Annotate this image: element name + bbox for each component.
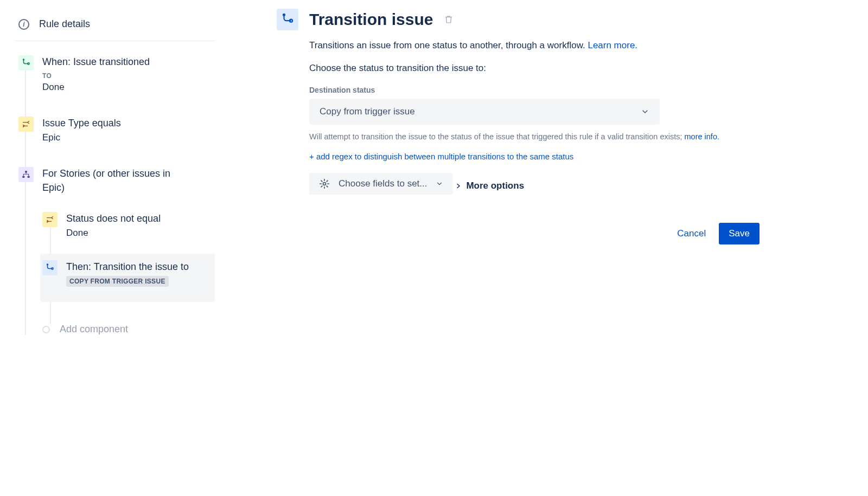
step-title: When: Issue transitioned [42, 55, 150, 69]
more-options-label: More options [466, 181, 524, 191]
main-panel: Transition issue Transitions an issue fr… [217, 0, 868, 496]
destination-status-select[interactable]: Copy from trigger issue [309, 99, 660, 125]
more-options-toggle[interactable]: More options [455, 181, 524, 191]
step-title: Issue Type equals [42, 117, 121, 130]
rule-sidebar: i Rule details When: Issue transitioned … [0, 0, 217, 496]
add-component-button[interactable]: Add component [40, 324, 217, 335]
panel-header: Transition issue [277, 9, 781, 30]
step-trigger[interactable]: When: Issue transitioned TO Done [18, 51, 217, 112]
choose-status-label: Choose the status to transition the issu… [309, 63, 781, 74]
chevron-down-icon [436, 180, 443, 188]
svg-point-0 [23, 59, 24, 60]
learn-more-link[interactable]: Learn more. [588, 40, 637, 50]
add-dot-icon [42, 326, 50, 333]
cancel-button[interactable]: Cancel [677, 228, 706, 239]
step-badge: COPY FROM TRIGGER ISSUE [66, 276, 169, 287]
delete-icon[interactable] [444, 15, 454, 24]
svg-rect-2 [25, 171, 27, 173]
step-title: Then: Transition the issue to [66, 260, 189, 274]
info-icon: i [18, 19, 29, 30]
add-component-label: Add component [60, 324, 128, 335]
transition-icon [42, 260, 58, 275]
choose-fields-label: Choose fields to set... [339, 178, 427, 189]
helper-text: Will attempt to transition the issue to … [309, 131, 760, 142]
svg-rect-4 [28, 176, 30, 178]
nested-step-condition[interactable]: Status does not equal Done [40, 205, 217, 254]
chevron-down-icon [641, 107, 649, 116]
condition-icon [42, 212, 58, 227]
step-value: Epic [42, 132, 121, 143]
svg-rect-3 [22, 176, 24, 178]
rule-details-label: Rule details [39, 18, 90, 30]
chevron-right-icon [455, 183, 462, 189]
step-title: For Stories (or other issues in Epic) [42, 167, 194, 194]
save-button[interactable]: Save [719, 223, 760, 244]
svg-point-7 [283, 14, 285, 16]
transition-icon [18, 55, 34, 70]
panel-title: Transition issue [309, 10, 433, 29]
gear-icon [319, 178, 330, 189]
choose-fields-button[interactable]: Choose fields to set... [309, 173, 453, 195]
svg-point-9 [323, 183, 326, 185]
nested-step-action-selected[interactable]: Then: Transition the issue to COPY FROM … [40, 254, 215, 302]
branch-icon [18, 167, 34, 182]
condition-icon [18, 117, 34, 132]
step-sublabel: TO [42, 72, 150, 80]
select-value: Copy from trigger issue [320, 106, 415, 117]
step-branch[interactable]: For Stories (or other issues in Epic) [18, 163, 217, 199]
add-regex-link[interactable]: + add regex to distinguish between multi… [309, 152, 781, 161]
form-actions: Cancel Save [309, 223, 760, 244]
step-value: Done [42, 82, 150, 93]
transition-icon [277, 9, 298, 30]
more-info-link[interactable]: more info. [685, 132, 719, 141]
rule-details-row[interactable]: i Rule details [15, 15, 215, 41]
svg-point-5 [47, 263, 48, 265]
step-condition[interactable]: Issue Type equals Epic [18, 112, 217, 163]
nested-steps: Status does not equal Done Then: Transit… [40, 205, 217, 335]
step-title: Status does not equal [66, 212, 161, 226]
step-value: Done [66, 228, 161, 239]
panel-description: Transitions an issue from one status to … [309, 40, 781, 51]
destination-status-label: Destination status [309, 86, 781, 94]
rule-steps: When: Issue transitioned TO Done Issue T… [15, 51, 217, 335]
